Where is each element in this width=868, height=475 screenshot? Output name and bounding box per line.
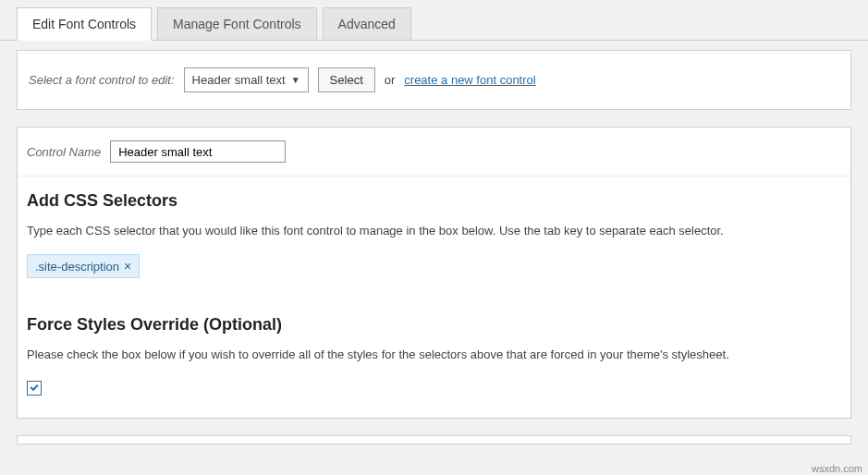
font-control-select[interactable]: Header small text ▼ <box>184 67 309 92</box>
tag-text: .site-description <box>35 260 119 274</box>
tabs-bar: Edit Font Controls Manage Font Controls … <box>0 0 868 41</box>
force-override-checkbox[interactable] <box>27 381 42 396</box>
content-panel: Control Name Add CSS Selectors Type each… <box>17 127 851 419</box>
control-name-row: Control Name <box>18 128 850 177</box>
tab-edit-font-controls[interactable]: Edit Font Controls <box>17 7 152 41</box>
force-override-section: Force Styles Override (Optional) Please … <box>18 300 850 418</box>
control-name-input[interactable] <box>110 140 286 163</box>
tab-manage-font-controls[interactable]: Manage Font Controls <box>157 7 317 40</box>
css-selectors-desc: Type each CSS selector that you would li… <box>27 224 841 238</box>
footer-panel <box>17 435 851 445</box>
css-selectors-section: Add CSS Selectors Type each CSS selector… <box>18 177 850 300</box>
watermark: wsxdn.com <box>812 463 862 474</box>
selector-tag: .site-description × <box>27 254 140 278</box>
select-button[interactable]: Select <box>318 67 375 92</box>
select-control-label: Select a font control to edit: <box>29 73 175 87</box>
select-control-row: Select a font control to edit: Header sm… <box>18 51 850 109</box>
force-override-desc: Please check the box below if you wish t… <box>27 347 841 361</box>
selected-option: Header small text <box>192 73 286 87</box>
tab-advanced[interactable]: Advanced <box>323 7 411 40</box>
caret-icon: ▼ <box>291 75 300 85</box>
check-icon <box>30 383 38 391</box>
select-control-panel: Select a font control to edit: Header sm… <box>17 50 851 110</box>
css-selectors-title: Add CSS Selectors <box>27 191 841 211</box>
create-new-font-control-link[interactable]: create a new font control <box>404 73 535 87</box>
remove-tag-icon[interactable]: × <box>124 259 131 274</box>
control-name-label: Control Name <box>27 145 101 159</box>
force-override-title: Force Styles Override (Optional) <box>27 315 841 335</box>
selector-tags-input[interactable]: .site-description × <box>27 254 841 278</box>
or-text: or <box>385 73 396 87</box>
